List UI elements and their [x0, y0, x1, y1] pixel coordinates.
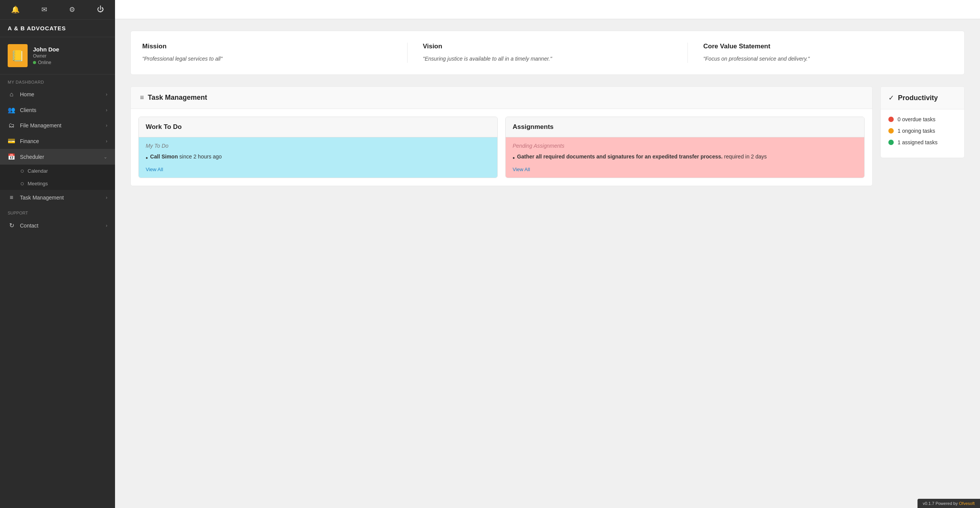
assigned-tasks: 1 assigned tasks [888, 139, 957, 145]
content-area: Mission "Professional legal services to … [115, 19, 980, 198]
top-bar [115, 0, 980, 19]
user-role: Owner [33, 53, 59, 59]
assignments-col: Assignments Pending Assignments • Gather… [505, 117, 865, 178]
sidebar-subitem-meetings[interactable]: Meetings [0, 177, 115, 190]
user-profile: 📒 John Doe Owner Online [0, 37, 115, 74]
gather-docs-bold: Gather all required documents and signat… [517, 153, 723, 160]
bell-icon[interactable]: 🔔 [11, 5, 20, 14]
meetings-label: Meetings [28, 181, 48, 186]
overdue-tasks: 0 overdue tasks [888, 116, 957, 122]
file-chevron: › [106, 123, 107, 128]
home-chevron: › [106, 92, 107, 97]
task-mgmt-chevron: › [106, 195, 107, 200]
sidebar-item-clients[interactable]: 👥 Clients › [0, 102, 115, 118]
core-value-col: Core Value Statement "Focus on professio… [703, 43, 953, 63]
productivity-header: ✓ Productivity [881, 87, 964, 109]
scheduler-submenu: Calendar Meetings [0, 165, 115, 190]
file-management-label: File Management [20, 122, 61, 129]
task-row: ≡ Task Management Work To Do My To Do • … [130, 86, 965, 186]
vision-col: Vision "Ensuring justice is available to… [423, 43, 688, 63]
task-columns: Work To Do My To Do • Call Simon since 2… [131, 109, 872, 186]
status-text: Online [38, 60, 51, 65]
productivity-body: 0 overdue tasks 1 ongoing tasks 1 assign… [881, 109, 964, 158]
mission-row: Mission "Professional legal services to … [130, 31, 965, 75]
mission-text: "Professional legal services to all" [142, 55, 392, 63]
core-value-text: "Focus on professional service and deliv… [703, 55, 953, 63]
task-mgmt-icon: ≡ [8, 194, 15, 201]
call-simon-suffix: since 2 hours ago [179, 153, 222, 160]
assigned-label: 1 assigned tasks [898, 139, 937, 145]
vision-text: "Ensuring justice is available to all in… [423, 55, 673, 63]
calendar-label: Calendar [28, 168, 48, 174]
assignments-view-all[interactable]: View All [513, 167, 857, 174]
sidebar-top-icons: 🔔 ✉ ⚙ ⏻ [0, 0, 115, 20]
footer-bar: v0.1.7 Powered by Ofvesoft [918, 499, 980, 508]
clients-label: Clients [20, 107, 36, 113]
assignments-bullet: • [513, 153, 515, 163]
task-management-header: ≡ Task Management [131, 87, 872, 109]
support-label: Support [0, 205, 115, 218]
sidebar-subitem-calendar[interactable]: Calendar [0, 165, 115, 177]
scheduler-chevron: ⌄ [104, 154, 107, 160]
ongoing-label: 1 ongoing tasks [898, 128, 935, 134]
contact-chevron: › [106, 223, 107, 228]
brand-name: A & B ADVOCATES [0, 20, 115, 37]
work-todo-view-all[interactable]: View All [146, 167, 490, 174]
mission-title: Mission [142, 43, 392, 50]
overdue-dot [888, 117, 894, 122]
user-status: Online [33, 60, 59, 65]
sidebar-item-home[interactable]: ⌂ Home › [0, 87, 115, 102]
task-management-card: ≡ Task Management Work To Do My To Do • … [130, 86, 873, 186]
scheduler-label: Scheduler [20, 154, 44, 160]
finance-icon: 💳 [8, 137, 15, 145]
status-dot [33, 61, 36, 64]
file-icon: 🗂 [8, 122, 15, 129]
home-label: Home [20, 91, 34, 97]
sidebar-item-scheduler[interactable]: 📅 Scheduler ⌄ [0, 149, 115, 165]
work-todo-col: Work To Do My To Do • Call Simon since 2… [138, 117, 498, 178]
finance-label: Finance [20, 138, 39, 144]
sidebar-item-file-management[interactable]: 🗂 File Management › [0, 118, 115, 133]
settings-icon[interactable]: ⚙ [69, 5, 75, 14]
task-header-icon: ≡ [140, 94, 144, 102]
ongoing-dot [888, 128, 894, 134]
main-content: Mission "Professional legal services to … [115, 0, 980, 508]
task-mgmt-label: Task Management [20, 195, 64, 201]
version-text: v0.1.7 Powered by [923, 501, 959, 506]
pending-assignments-label: Pending Assignments [513, 143, 857, 149]
check-icon: ✓ [888, 94, 894, 102]
home-icon: ⌂ [8, 91, 15, 98]
meetings-dot [21, 182, 24, 185]
user-info: John Doe Owner Online [33, 46, 59, 65]
bullet-icon: • [146, 153, 148, 163]
mail-icon[interactable]: ✉ [41, 5, 47, 14]
user-name: John Doe [33, 46, 59, 53]
ongoing-tasks: 1 ongoing tasks [888, 128, 957, 134]
my-todo-label: My To Do [146, 143, 490, 149]
productivity-title: Productivity [898, 94, 938, 102]
finance-chevron: › [106, 139, 107, 144]
sidebar-item-finance[interactable]: 💳 Finance › [0, 133, 115, 149]
gather-docs-suffix: required in 2 days [724, 153, 767, 160]
contact-icon: ↻ [8, 222, 15, 229]
gather-docs-task: • Gather all required documents and sign… [513, 153, 857, 163]
calendar-dot [21, 170, 24, 173]
contact-label: Contact [20, 223, 38, 229]
assigned-dot [888, 140, 894, 145]
sidebar-item-task-management[interactable]: ≡ Task Management › [0, 190, 115, 205]
work-todo-header: Work To Do [139, 117, 497, 137]
productivity-card: ✓ Productivity 0 overdue tasks 1 ongoing… [880, 86, 965, 158]
core-value-title: Core Value Statement [703, 43, 953, 50]
footer-brand: Ofvesoft [959, 501, 975, 506]
scheduler-icon: 📅 [8, 153, 15, 160]
sidebar-item-contact[interactable]: ↻ Contact › [0, 218, 115, 233]
vision-title: Vision [423, 43, 673, 50]
dashboard-label: My Dashboard [0, 74, 115, 87]
assignments-body: Pending Assignments • Gather all require… [506, 137, 864, 178]
task-management-title: Task Management [148, 94, 207, 102]
clients-icon: 👥 [8, 106, 15, 114]
power-icon[interactable]: ⏻ [97, 5, 104, 14]
overdue-label: 0 overdue tasks [898, 116, 936, 122]
mission-col: Mission "Professional legal services to … [142, 43, 408, 63]
clients-chevron: › [106, 107, 107, 113]
